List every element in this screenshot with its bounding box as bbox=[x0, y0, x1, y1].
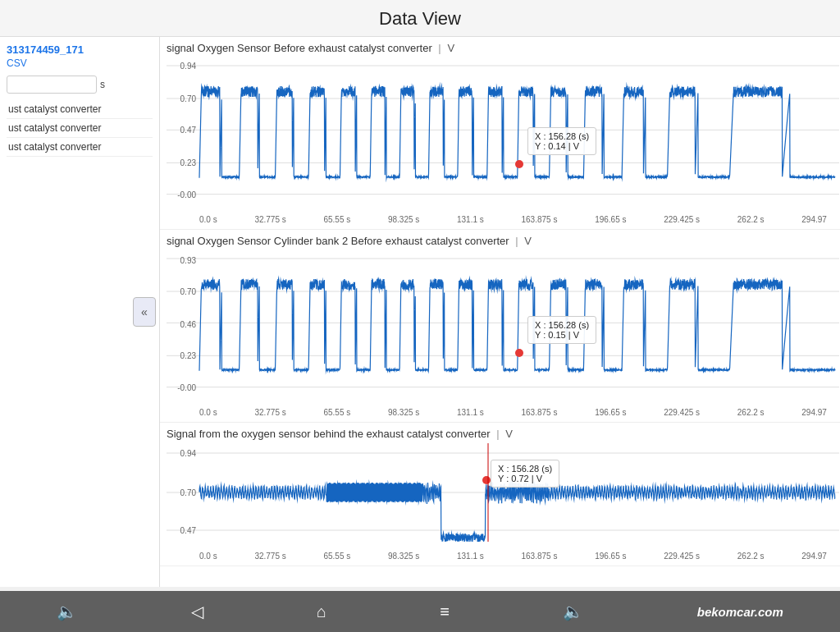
sidebar-input-row: s bbox=[7, 76, 153, 94]
chart-canvas-1 bbox=[167, 57, 839, 201]
chart-title-2: signal Oxygen Sensor Cylinder bank 2 Bef… bbox=[167, 235, 833, 247]
brand-watermark: bekomcar.com bbox=[697, 605, 783, 619]
home-button[interactable]: ⌂ bbox=[317, 602, 326, 621]
x-label: 65.55 s bbox=[323, 552, 350, 561]
x-label: 262.2 s bbox=[737, 215, 765, 224]
x-label: 294.97 bbox=[801, 552, 827, 561]
volume-button[interactable]: 🔈 bbox=[57, 602, 77, 621]
chart-canvas-2 bbox=[167, 250, 839, 394]
x-label: 196.65 s bbox=[595, 408, 626, 417]
x-label: 163.875 s bbox=[522, 408, 558, 417]
back-button[interactable]: ◁ bbox=[191, 602, 203, 621]
x-label: 131.1 s bbox=[457, 215, 484, 224]
x-axis-1: 0.0 s32.775 s65.55 s98.325 s131.1 s163.8… bbox=[167, 213, 833, 227]
x-label: 65.55 s bbox=[323, 215, 350, 224]
x-label: 32.775 s bbox=[254, 552, 285, 561]
x-label: 0.0 s bbox=[199, 215, 217, 224]
charts-area: signal Oxygen Sensor Before exhaust cata… bbox=[160, 37, 840, 587]
x-label: 294.97 bbox=[801, 215, 827, 224]
chart-section-1: signal Oxygen Sensor Before exhaust cata… bbox=[160, 37, 840, 230]
menu-button[interactable]: ≡ bbox=[440, 602, 450, 621]
x-label: 229.425 s bbox=[664, 215, 700, 224]
back-icon: ◁ bbox=[191, 602, 203, 621]
x-label: 262.2 s bbox=[737, 408, 765, 417]
sidebar: 313174459_171 CSV s ust catalyst convert… bbox=[0, 37, 160, 587]
x-label: 196.65 s bbox=[595, 215, 626, 224]
tooltip-dot-2 bbox=[515, 349, 523, 357]
x-label: 32.775 s bbox=[254, 215, 285, 224]
chart-canvas-3 bbox=[167, 443, 839, 542]
collapse-button[interactable]: « bbox=[133, 297, 156, 327]
x-label: 98.325 s bbox=[388, 215, 419, 224]
x-label: 32.775 s bbox=[254, 408, 285, 417]
chart-container-3: X : 156.28 (s) Y : 0.72 | V bbox=[167, 443, 833, 550]
x-axis-3: 0.0 s32.775 s65.55 s98.325 s131.1 s163.8… bbox=[167, 550, 833, 564]
sidebar-filename: 313174459_171 bbox=[7, 44, 153, 56]
sidebar-input-unit: s bbox=[100, 79, 105, 90]
home-icon: ⌂ bbox=[317, 602, 326, 621]
sidebar-filetype: CSV bbox=[7, 57, 153, 69]
x-label: 163.875 s bbox=[522, 215, 558, 224]
x-label: 0.0 s bbox=[199, 408, 217, 417]
x-label: 294.97 bbox=[801, 408, 827, 417]
tooltip-dot-1 bbox=[515, 160, 523, 168]
chart-title-1: signal Oxygen Sensor Before exhaust cata… bbox=[167, 42, 833, 54]
tooltip-dot-3 bbox=[482, 476, 491, 484]
x-label: 131.1 s bbox=[457, 408, 484, 417]
header: Data View bbox=[0, 0, 840, 37]
chart-container-1: X : 156.28 (s) Y : 0.14 | V bbox=[167, 57, 833, 213]
sidebar-input[interactable] bbox=[7, 76, 97, 94]
x-label: 196.65 s bbox=[595, 552, 626, 561]
x-label: 0.0 s bbox=[199, 552, 217, 561]
chart-container-2: X : 156.28 (s) Y : 0.15 | V bbox=[167, 250, 833, 406]
sidebar-item-3[interactable]: ust catalyst converter bbox=[7, 138, 153, 157]
volume-icon: 🔈 bbox=[57, 602, 77, 621]
x-label: 229.425 s bbox=[664, 408, 700, 417]
page-title: Data View bbox=[0, 8, 840, 30]
main-layout: 313174459_171 CSV s ust catalyst convert… bbox=[0, 37, 840, 587]
sidebar-item-1[interactable]: ust catalyst converter bbox=[7, 100, 153, 119]
x-label: 65.55 s bbox=[323, 408, 350, 417]
x-label: 98.325 s bbox=[388, 552, 419, 561]
x-label: 98.325 s bbox=[388, 408, 419, 417]
sidebar-item-2[interactable]: ust catalyst converter bbox=[7, 119, 153, 138]
chart-section-2: signal Oxygen Sensor Cylinder bank 2 Bef… bbox=[160, 230, 840, 423]
x-axis-2: 0.0 s32.775 s65.55 s98.325 s131.1 s163.8… bbox=[167, 406, 833, 420]
chart-section-3: Signal from the oxygen sensor behind the… bbox=[160, 423, 840, 566]
crosshair-line-3 bbox=[487, 443, 489, 542]
x-label: 163.875 s bbox=[522, 552, 558, 561]
menu-icon: ≡ bbox=[440, 602, 450, 621]
sound-button[interactable]: 🔈 bbox=[563, 602, 583, 621]
sound-icon: 🔈 bbox=[563, 602, 583, 621]
x-label: 131.1 s bbox=[457, 552, 484, 561]
chart-title-3: Signal from the oxygen sensor behind the… bbox=[167, 428, 833, 440]
x-label: 229.425 s bbox=[664, 552, 700, 561]
x-label: 262.2 s bbox=[737, 552, 765, 561]
bottom-nav: 🔈 ◁ ⌂ ≡ 🔈 bekomcar.com bbox=[0, 591, 840, 632]
